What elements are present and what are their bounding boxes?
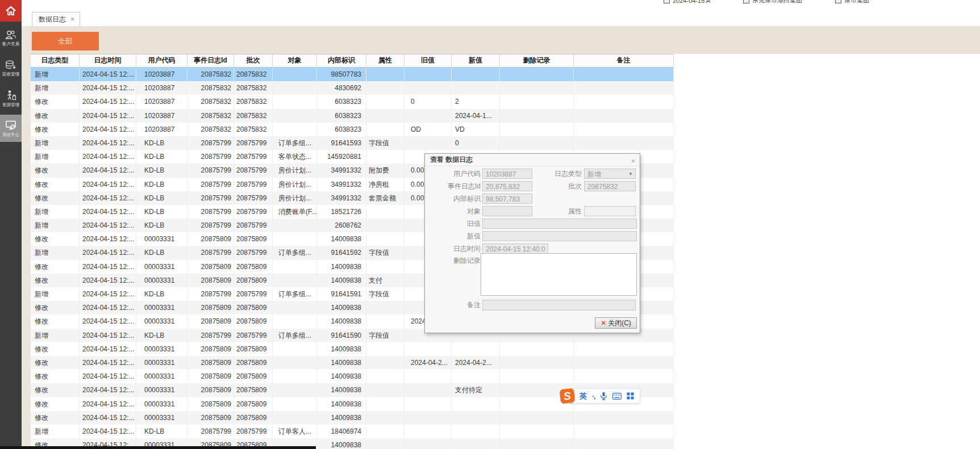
sogou-logo[interactable]: S xyxy=(560,388,575,404)
cell xyxy=(574,81,674,95)
close-button[interactable]: ✕ 关闭(C) xyxy=(595,317,637,329)
cell xyxy=(500,438,574,449)
home-button[interactable] xyxy=(0,0,22,22)
table-row[interactable]: 新增2024-04-15 12:...KD-LB2087579920875799… xyxy=(31,136,674,150)
keyboard-icon[interactable] xyxy=(612,393,622,400)
sidebar-item-customer-relations[interactable]: 客户关系 xyxy=(0,24,22,52)
cell: 00003331 xyxy=(136,370,187,383)
cell xyxy=(366,81,404,95)
cell: 10203887 xyxy=(136,123,187,136)
cell: 14009838 xyxy=(317,314,366,328)
cell: 2608762 xyxy=(317,219,366,232)
dialog-title-bar[interactable]: 查看 数据日志 × xyxy=(425,154,640,166)
cell: 20875799 xyxy=(187,136,234,150)
chevron-down-icon: ▼ xyxy=(628,169,633,179)
microphone-icon[interactable] xyxy=(600,392,607,400)
table-row[interactable]: 新增2024-04-15 12:...102038872087583220875… xyxy=(31,68,674,81)
sidebar-item-resources[interactable]: 资源管理 xyxy=(0,85,22,112)
dialog-close-icon[interactable]: × xyxy=(631,156,635,167)
cell: 34991332 xyxy=(317,178,366,191)
cell xyxy=(366,123,404,136)
cell: 2024-04-15 12:... xyxy=(80,150,136,163)
cell xyxy=(273,383,317,397)
field-label: 日志时间 xyxy=(437,244,481,254)
cell xyxy=(273,356,317,370)
cell: 修改 xyxy=(31,109,80,123)
remark-input xyxy=(482,300,636,310)
sidebar-item-receivables[interactable]: 应收管理 xyxy=(0,54,22,82)
cell: 20875799 xyxy=(234,191,273,205)
column-header[interactable]: 日志类型 xyxy=(31,54,80,67)
column-header[interactable]: 事件日志Id xyxy=(187,54,234,67)
cell: 20875809 xyxy=(234,356,273,370)
cell: 消费账单(F... xyxy=(273,205,317,219)
table-row[interactable]: 修改2024-04-15 12:...000033312087580920875… xyxy=(31,370,674,383)
field-label: 属性 xyxy=(542,206,582,216)
table-row[interactable]: 新增2024-04-15 12:...KD-LB2087579920875799… xyxy=(31,425,674,438)
table-row[interactable]: 修改2024-04-15 12:...102038872087583220875… xyxy=(31,123,674,136)
field-label: 事件日志Id xyxy=(437,181,481,191)
cell: 新增 xyxy=(31,425,80,438)
column-header[interactable]: 内部标识 xyxy=(317,54,366,67)
cell xyxy=(404,425,452,438)
table-row[interactable]: 新增2024-04-15 12:...102038872087583220875… xyxy=(31,81,674,95)
sidebar-item-label: 客户关系 xyxy=(2,41,19,47)
cell xyxy=(366,68,404,81)
cell: 20875809 xyxy=(234,397,273,411)
cell xyxy=(273,219,317,232)
tab-data-log[interactable]: 数据日志 × xyxy=(32,12,80,26)
tab-close-icon[interactable]: × xyxy=(70,15,74,23)
cell xyxy=(404,136,452,150)
cell: 修改 xyxy=(31,232,80,246)
cell: 20875809 xyxy=(187,383,234,397)
cell xyxy=(574,438,674,449)
cell: 91641591 xyxy=(317,287,366,301)
all-filter-button[interactable]: 全部 xyxy=(32,32,99,51)
column-header[interactable]: 备注 xyxy=(574,54,674,67)
cell: 2024-04-15 12:... xyxy=(80,219,136,232)
cell xyxy=(273,370,317,383)
ime-mode-toggle[interactable]: 英 xyxy=(579,391,587,401)
customers-icon xyxy=(5,30,17,40)
ime-punctuation-toggle[interactable]: ·, xyxy=(592,392,595,400)
cell xyxy=(574,136,674,150)
column-header[interactable]: 旧值 xyxy=(404,54,452,67)
cell: 2 xyxy=(452,95,500,108)
sidebar-item-system-platform[interactable]: 系统平台 xyxy=(0,115,22,142)
cell: 14009838 xyxy=(317,260,366,274)
table-row[interactable]: 修改2024-04-15 12:...102038872087583220875… xyxy=(31,95,674,108)
cell: 附加费 xyxy=(366,163,404,177)
cell xyxy=(500,109,574,123)
cell: 新增 xyxy=(31,246,80,259)
log-type-select[interactable]: 新增▼ xyxy=(584,169,636,179)
cell: 净房租 xyxy=(366,178,404,191)
cell xyxy=(366,438,404,449)
field-label: 备注 xyxy=(437,300,481,310)
table-row[interactable]: 修改2024-04-15 12:...000033312087580920875… xyxy=(31,342,674,356)
cell: 2024-04-15 12:... xyxy=(80,301,136,314)
toolbox-grid-icon[interactable] xyxy=(627,392,634,400)
cell: 91641592 xyxy=(317,246,366,259)
cell: 新增 xyxy=(31,287,80,301)
cell: 字段值 xyxy=(366,287,404,301)
cell: 14009838 xyxy=(317,274,366,287)
column-header[interactable]: 新值 xyxy=(452,54,500,67)
delete-record-textarea[interactable] xyxy=(481,253,637,296)
column-header[interactable]: 批次 xyxy=(234,54,273,67)
cell xyxy=(366,411,404,425)
table-row[interactable]: 修改2024-04-15 12:...000033312087580920875… xyxy=(31,356,674,370)
column-header[interactable]: 删除记录 xyxy=(500,54,574,67)
cell xyxy=(452,68,500,81)
cell xyxy=(452,425,500,438)
column-header[interactable]: 用户代码 xyxy=(136,54,187,67)
cell: 20875809 xyxy=(234,314,273,328)
cell: 20875832 xyxy=(234,81,273,95)
cell xyxy=(404,370,452,383)
table-row[interactable]: 修改2024-04-15 12:...102038872087583220875… xyxy=(31,109,674,123)
cell: 20875809 xyxy=(187,370,234,383)
column-header[interactable]: 日志时间 xyxy=(80,54,136,67)
table-row[interactable]: 修改2024-04-15 12:...000033312087580920875… xyxy=(31,411,674,425)
column-header[interactable]: 属性 xyxy=(366,54,404,67)
status-org: 东莞康市潮白集团 xyxy=(743,0,802,5)
column-header[interactable]: 对象 xyxy=(273,54,317,67)
